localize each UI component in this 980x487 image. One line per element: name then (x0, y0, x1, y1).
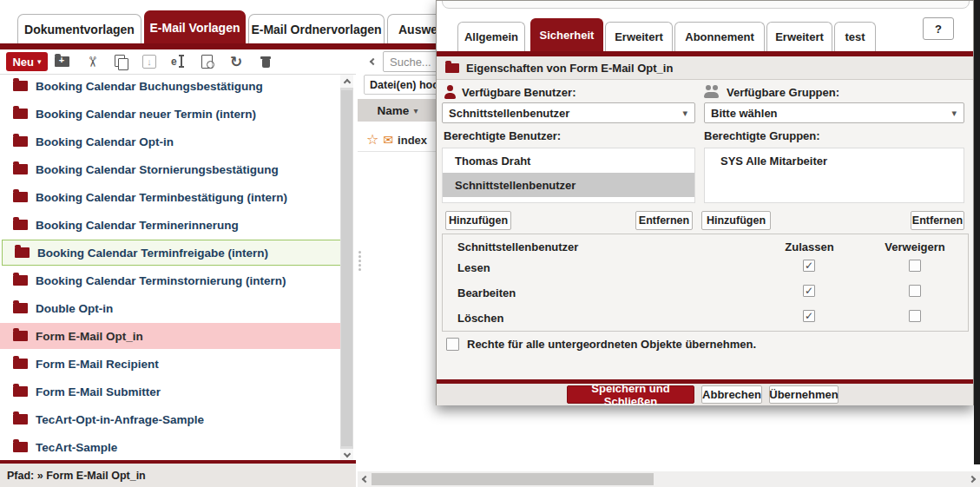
folder-list-scrollbar[interactable] (340, 75, 353, 462)
folder-row[interactable]: TecArt-Sample (0, 434, 340, 460)
authorized-users-listbox[interactable]: Thomas Draht Schnittstellenbenutzer (442, 148, 695, 203)
list-item[interactable]: Thomas Draht (443, 148, 694, 173)
folder-row[interactable]: Form E-Mail Submitter (0, 378, 340, 405)
available-users-dropdown[interactable]: Schnittstellenbenutzer ▾ (442, 102, 695, 123)
allow-checkbox[interactable] (803, 285, 815, 297)
chevron-down-icon: ▾ (37, 58, 42, 66)
deny-checkbox[interactable] (909, 260, 921, 272)
permissions-subject: Schnittstellenbenutzer (457, 240, 578, 253)
authorized-groups-label: Berechtigte Gruppen: (704, 129, 820, 142)
allow-checkbox[interactable] (803, 310, 815, 322)
permission-row-label: Löschen (457, 312, 503, 325)
folder-label: Booking Calendar Terminstornierung (inte… (36, 274, 286, 287)
inherit-checkbox[interactable] (446, 338, 459, 351)
cutoff-toolbar (442, 1, 970, 9)
panel-splitter-handle[interactable] (358, 251, 362, 272)
folder-label: Booking Calendar neuer Termin (intern) (36, 108, 256, 121)
apply-button[interactable]: Übernehmen (769, 385, 839, 404)
permission-row-label: Bearbeiten (457, 286, 516, 299)
folder-label: Booking Calendar Terminbestätigung (inte… (36, 191, 287, 204)
folder-row[interactable]: Form E-Mail Recipient (0, 351, 340, 377)
tab-email-vorlagen[interactable]: E-Mail Vorlagen (144, 10, 246, 43)
dialog-tab-erweitert-2[interactable]: Erweitert (766, 22, 832, 51)
dialog-tab-erweitert[interactable]: Erweitert (605, 22, 673, 51)
folder-icon (13, 303, 28, 313)
preview-icon[interactable] (198, 52, 217, 71)
add-user-button[interactable]: Hinzufügen (445, 211, 511, 230)
help-button[interactable]: ? (923, 17, 954, 40)
folder-label: Double Opt-in (36, 302, 113, 315)
deny-column-header: Verweigern (881, 240, 949, 253)
new-button[interactable]: Neu ▾ (6, 52, 48, 71)
folder-label: TecArt-Sample (36, 441, 117, 454)
folder-label: Form E-Mail Recipient (36, 358, 159, 371)
available-users-label: Verfügbare Benutzer: (444, 85, 576, 99)
trash-icon[interactable] (256, 52, 275, 71)
folder-label: Booking Calendar Stornierungsbestätigung (36, 163, 279, 176)
refresh-icon[interactable]: ↻ (227, 52, 246, 71)
folder-row[interactable]: Booking Calendar Buchungsbestätigung (0, 73, 340, 99)
copy-icon[interactable] (111, 52, 130, 71)
user-icon (444, 85, 456, 99)
chevron-down-icon: ▾ (682, 108, 687, 119)
scrollbar-thumb[interactable] (341, 90, 352, 446)
folder-row[interactable]: Booking Calendar Terminerinnerung (0, 212, 340, 238)
folder-icon (445, 63, 459, 73)
folder-label: Form E-Mail Submitter (36, 385, 161, 398)
scroll-left-icon[interactable] (358, 471, 372, 487)
remove-group-button[interactable]: Entfernen (911, 211, 964, 230)
folder-icon (13, 359, 28, 369)
cut-icon[interactable]: ✂ (83, 52, 102, 71)
folder-row[interactable]: Double Opt-in (0, 295, 340, 321)
dialog-tab-sicherheit[interactable]: Sicherheit (530, 18, 603, 51)
deny-checkbox[interactable] (909, 285, 921, 297)
name-column-header[interactable]: Name ▾ (358, 99, 437, 122)
scroll-up-icon[interactable] (340, 75, 353, 88)
folder-row-selected[interactable]: Form E-Mail Opt_in (0, 323, 340, 349)
scroll-right-icon[interactable] (966, 471, 980, 487)
folder-add-icon[interactable] (52, 52, 71, 71)
star-icon[interactable]: ☆ (366, 133, 378, 147)
horizontal-scrollbar[interactable] (358, 471, 980, 487)
tab-dokumentvorlagen[interactable]: Dokumentvorlagen (17, 14, 141, 43)
folder-icon (13, 164, 28, 174)
folder-row[interactable]: Booking Calendar Opt-in (0, 128, 340, 155)
add-group-button[interactable]: Hinzufügen (701, 211, 771, 230)
folder-row[interactable]: Booking Calendar neuer Termin (intern) (0, 101, 340, 127)
save-and-close-button[interactable]: Speichern und Schließen (567, 385, 694, 404)
path-statusbar: Pfad: » Form E-Mail Opt_in (0, 460, 356, 487)
folder-icon (13, 331, 28, 341)
folder-toolbar: Neu ▾ ✂ ↓ e ↻ (0, 49, 356, 75)
scrollbar-thumb[interactable] (372, 473, 654, 485)
authorized-groups-listbox[interactable]: SYS Alle Mitarbeiter (704, 148, 964, 203)
dropdown-value: Schnittstellenbenutzer (449, 107, 569, 120)
dialog-tab-allgemein[interactable]: Allgemein (457, 22, 525, 51)
folder-row[interactable]: Booking Calendar Terminbestätigung (inte… (0, 184, 340, 210)
available-groups-label: Verfügbare Gruppen: (704, 85, 839, 99)
dialog-tab-test[interactable]: test (834, 22, 876, 51)
dialog-tab-abonnement[interactable]: Abonnement (674, 22, 765, 51)
list-item[interactable]: Schnittstellenbenutzer (443, 173, 694, 197)
collapse-panel-icon[interactable] (365, 53, 379, 70)
file-name: index (398, 134, 427, 147)
app-root: Dokumentvorlagen E-Mail Vorlagen E-Mail … (0, 0, 980, 487)
rename-icon[interactable]: e (168, 52, 187, 71)
inherit-rights-row: Rechte für alle untergeordneten Objekte … (446, 338, 756, 351)
folder-row[interactable]: Booking Calendar Terminstornierung (inte… (0, 267, 340, 293)
cancel-button[interactable]: Abbrechen (701, 385, 762, 404)
folder-row[interactable]: Booking Calendar Stornierungsbestätigung (0, 156, 340, 182)
remove-user-button[interactable]: Entfernen (635, 211, 693, 230)
folder-icon (13, 442, 28, 452)
deny-checkbox[interactable] (909, 310, 921, 322)
tab-email-ordnervorlagen[interactable]: E-Mail Ordnervorlagen (248, 14, 385, 43)
allow-checkbox[interactable] (803, 260, 815, 272)
folder-row[interactable]: TecArt-Opt-in-Anfrage-Sample (0, 406, 340, 432)
inherit-label: Rechte für alle untergeordneten Objekte … (467, 338, 756, 351)
folder-row-highlighted[interactable]: Booking Calendar Terminfreigabe (intern) (2, 240, 342, 266)
available-groups-dropdown[interactable]: Bitte wählen ▾ (704, 102, 964, 123)
list-item[interactable]: SYS Alle Mitarbeiter (705, 148, 964, 173)
file-row[interactable]: ☆ ✉ index (358, 128, 437, 152)
folder-label: Booking Calendar Terminerinnerung (36, 219, 239, 232)
dialog-footer: Speichern und Schließen Abbrechen Überne… (437, 384, 973, 405)
download-icon[interactable]: ↓ (140, 52, 159, 71)
